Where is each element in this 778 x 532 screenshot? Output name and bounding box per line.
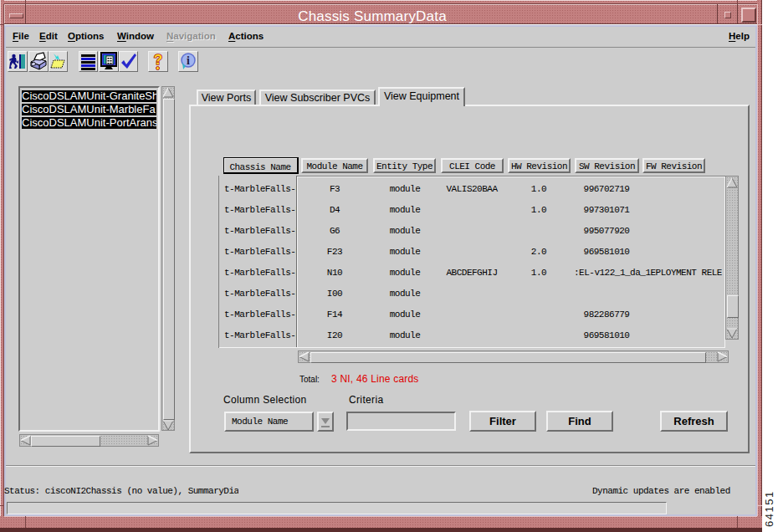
- svg-text:i: i: [187, 54, 190, 67]
- svg-text:?: ?: [154, 52, 162, 68]
